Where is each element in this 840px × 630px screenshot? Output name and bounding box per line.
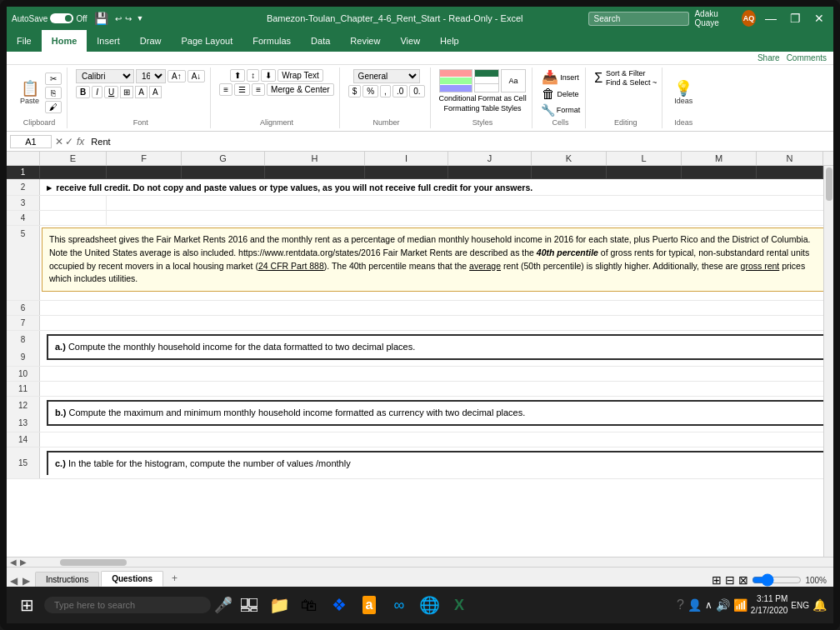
cell-f1[interactable]: [107, 166, 182, 178]
taskbar-help-icon[interactable]: ?: [677, 598, 684, 612]
page-break-view-button[interactable]: ⊠: [738, 573, 748, 587]
tab-insert[interactable]: Insert: [87, 30, 130, 52]
tab-home[interactable]: Home: [42, 30, 88, 52]
taskbar-network-icon[interactable]: 📶: [733, 598, 748, 612]
insert-cell-label[interactable]: Insert: [560, 73, 579, 82]
row-num-4[interactable]: 4: [7, 211, 40, 225]
row-num-10[interactable]: 10: [7, 367, 40, 381]
close-button[interactable]: ✕: [810, 12, 828, 25]
quick-access-dropdown[interactable]: ▼: [137, 14, 144, 22]
increase-decimal-button[interactable]: .0: [392, 85, 408, 98]
add-sheet-button[interactable]: +: [165, 570, 184, 587]
taskbar-search-input[interactable]: [44, 597, 211, 613]
number-format-select[interactable]: General: [353, 69, 420, 83]
cell-merge-14[interactable]: [40, 432, 833, 447]
font-size-select[interactable]: 16: [136, 69, 166, 83]
zoom-slider[interactable]: [752, 573, 802, 587]
avatar[interactable]: AQ: [742, 10, 756, 27]
cell-e4[interactable]: [40, 211, 107, 225]
cell-merge-4[interactable]: [107, 211, 833, 225]
font-family-select[interactable]: Calibri: [76, 69, 134, 83]
comments-button[interactable]: Comments: [787, 53, 827, 62]
decrease-decimal-button[interactable]: 0.: [409, 85, 424, 98]
fill-color-button[interactable]: A: [135, 86, 148, 98]
formula-input[interactable]: Rent: [88, 136, 830, 148]
scroll-left-btn[interactable]: ◀: [10, 558, 17, 567]
page-layout-view-button[interactable]: ⊟: [725, 573, 735, 587]
normal-view-button[interactable]: ⊞: [712, 573, 722, 587]
col-header-g[interactable]: G: [182, 152, 265, 165]
wrap-text-button[interactable]: Wrap Text: [278, 69, 323, 82]
tab-help[interactable]: Help: [430, 30, 469, 52]
title-search-box[interactable]: Search: [588, 12, 690, 26]
cell-merge-10[interactable]: [40, 367, 833, 381]
save-icon[interactable]: 💾: [94, 12, 108, 25]
taskbar-icon-excel[interactable]: X: [446, 592, 472, 618]
taskbar-icon-dropbox[interactable]: ❖: [326, 592, 352, 618]
cell-l1[interactable]: [607, 166, 682, 178]
sort-filter-label[interactable]: Sort & Filter: [606, 69, 657, 78]
scroll-right-btn[interactable]: ▶: [20, 558, 27, 567]
cell-e1[interactable]: [40, 166, 107, 178]
cut-button[interactable]: ✂: [45, 72, 62, 85]
underline-button[interactable]: U: [104, 86, 118, 98]
col-header-k[interactable]: K: [532, 152, 607, 165]
format-painter-button[interactable]: 🖌: [45, 101, 62, 113]
row-num-11[interactable]: 11: [7, 382, 40, 396]
taskbar-icon-amazon[interactable]: a: [356, 592, 382, 618]
cancel-formula-icon[interactable]: ✕: [55, 136, 63, 148]
cell-i1[interactable]: [365, 166, 448, 178]
align-middle-button[interactable]: ↕: [247, 69, 259, 82]
row-num-13[interactable]: 13: [7, 414, 40, 432]
taskbar-icon-explorer[interactable]: 📁: [266, 592, 292, 618]
col-header-e[interactable]: E: [40, 152, 107, 165]
align-right-button[interactable]: ≡: [252, 83, 265, 96]
delete-cell-label[interactable]: Delete: [557, 90, 578, 98]
task-c-container[interactable]: c.) In the table for the histogram, comp…: [40, 448, 833, 478]
row-num-6[interactable]: 6: [7, 301, 40, 315]
decrease-font-button[interactable]: A↓: [188, 70, 206, 82]
share-button[interactable]: Share: [758, 53, 780, 62]
h-scroll-thumb[interactable]: [60, 559, 127, 566]
sum-icon[interactable]: Σ: [594, 71, 602, 86]
sheet-tab-questions[interactable]: Questions: [101, 571, 163, 587]
col-header-n[interactable]: N: [757, 152, 823, 165]
copy-button[interactable]: ⎘: [45, 87, 62, 99]
col-header-f[interactable]: F: [107, 152, 182, 165]
taskbar-time-date[interactable]: 3:11 PM 2/17/2020: [751, 593, 788, 617]
row-num-8[interactable]: 8: [7, 331, 40, 348]
cell-g1[interactable]: [182, 166, 265, 178]
col-header-m[interactable]: M: [682, 152, 757, 165]
tab-page-layout[interactable]: Page Layout: [171, 30, 242, 52]
taskbar-notification-icon[interactable]: 🔔: [812, 598, 827, 612]
italic-button[interactable]: I: [92, 86, 102, 98]
align-top-button[interactable]: ⬆: [230, 69, 245, 82]
cell-reference-input[interactable]: A1: [10, 135, 52, 148]
task-a-container[interactable]: a.) Compute the monthly household income…: [40, 331, 833, 366]
cell-merge-11[interactable]: [40, 382, 833, 396]
microphone-icon[interactable]: 🎤: [214, 596, 232, 614]
taskbar-icon-edge[interactable]: 🌐: [416, 592, 442, 618]
restore-button[interactable]: ❐: [786, 12, 805, 25]
row-num-15[interactable]: 15: [7, 448, 40, 478]
cell-m1[interactable]: [682, 166, 757, 178]
vertical-scrollbar[interactable]: [823, 166, 833, 557]
redo-icon[interactable]: ↪: [125, 14, 132, 23]
cell-n1[interactable]: [757, 166, 823, 178]
warning-cell-2[interactable]: ► receive full credit. Do not copy and p…: [40, 179, 833, 195]
cell-e3[interactable]: [40, 196, 107, 210]
row-num-9[interactable]: 9: [7, 348, 40, 366]
tab-review[interactable]: Review: [340, 30, 390, 52]
cell-merge-7[interactable]: [40, 316, 833, 330]
description-container[interactable]: This spreadsheet gives the Fair Market R…: [40, 226, 833, 300]
scrollbar-thumb[interactable]: [826, 168, 832, 201]
ideas-button[interactable]: 💡 Ideas: [671, 79, 696, 107]
start-button[interactable]: ⊞: [13, 592, 41, 618]
col-header-o[interactable]: O: [823, 152, 833, 165]
horizontal-scroll[interactable]: ◀ ▶: [7, 557, 833, 567]
cell-merge-3[interactable]: [107, 196, 833, 210]
percent-button[interactable]: %: [362, 85, 378, 98]
row-num-7[interactable]: 7: [7, 316, 40, 330]
increase-font-button[interactable]: A↑: [168, 70, 186, 82]
tab-formulas[interactable]: Formulas: [242, 30, 301, 52]
